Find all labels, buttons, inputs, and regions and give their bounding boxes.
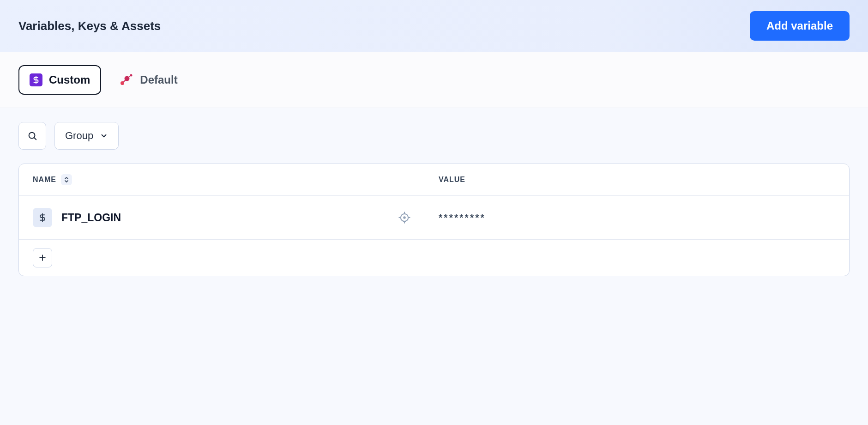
add-variable-button[interactable]: Add variable <box>750 11 850 41</box>
svg-point-7 <box>404 217 405 219</box>
variables-table: NAME VALUE FTP_LOGIN ********* <box>18 164 850 276</box>
target-icon[interactable] <box>398 211 411 224</box>
svg-point-5 <box>29 133 35 139</box>
table-header: NAME VALUE <box>19 164 849 196</box>
plus-icon <box>38 253 47 262</box>
search-icon <box>27 131 37 141</box>
tabs-row: Custom Default <box>0 52 868 108</box>
svg-point-2 <box>130 74 133 77</box>
name-cell: FTP_LOGIN <box>33 208 429 227</box>
chevron-down-icon <box>100 132 108 140</box>
search-button[interactable] <box>18 122 46 150</box>
add-variable-label: Add variable <box>766 19 833 32</box>
table-row[interactable]: FTP_LOGIN ********* <box>19 196 849 240</box>
table-footer <box>19 240 849 276</box>
svg-line-4 <box>129 76 130 78</box>
tab-default[interactable]: Default <box>118 72 177 88</box>
sort-icon <box>61 174 72 185</box>
svg-line-3 <box>124 80 126 82</box>
filters-row: Group <box>0 108 868 164</box>
tab-default-label: Default <box>140 73 177 86</box>
page-header: Variables, Keys & Assets Add variable <box>0 0 868 52</box>
wallet-icon <box>30 73 42 86</box>
column-value-label: VALUE <box>439 176 465 184</box>
column-value: VALUE <box>439 174 835 185</box>
dollar-icon <box>33 208 52 227</box>
page-title: Variables, Keys & Assets <box>18 19 161 33</box>
add-row-button[interactable] <box>33 248 52 267</box>
group-select-label: Group <box>65 130 93 142</box>
variable-value: ********* <box>439 212 835 223</box>
group-select[interactable]: Group <box>54 122 119 150</box>
tab-custom-label: Custom <box>49 73 90 86</box>
molecule-icon <box>118 72 133 88</box>
column-name-label: NAME <box>33 176 56 184</box>
tab-custom[interactable]: Custom <box>18 65 101 95</box>
variable-name: FTP_LOGIN <box>61 212 121 224</box>
column-name[interactable]: NAME <box>33 174 429 185</box>
